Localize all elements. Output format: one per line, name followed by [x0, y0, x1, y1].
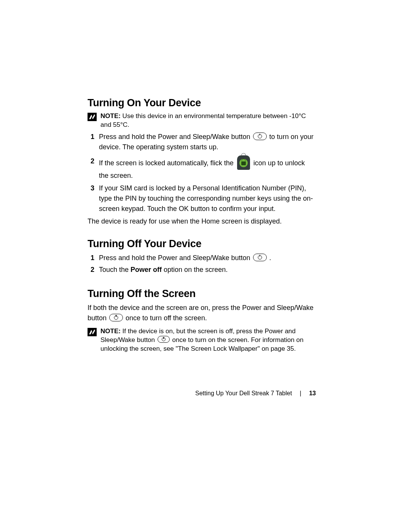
screen-off-para: If both the device and the screen are on… — [88, 303, 316, 323]
closing-text-on: The device is ready for use when the Hom… — [88, 216, 316, 227]
text: Press and hold the Power and Sleep/Wake … — [99, 254, 252, 262]
footer-chapter: Setting Up Your Dell Streak 7 Tablet — [195, 390, 292, 396]
text: . — [269, 254, 271, 262]
step-number: 1 — [88, 253, 94, 263]
text: Touch the — [99, 266, 131, 273]
footer-separator: | — [300, 390, 301, 396]
page-footer: Setting Up Your Dell Streak 7 Tablet | 1… — [0, 390, 316, 397]
text: option on the screen. — [162, 266, 228, 273]
power-button-icon — [158, 336, 170, 343]
steps-turning-on: 1 Press and hold the Power and Sleep/Wak… — [88, 132, 316, 214]
note-screen-text: NOTE: If the device is on, but the scree… — [100, 327, 316, 353]
lock-icon — [237, 155, 250, 170]
step-number: 3 — [88, 183, 94, 193]
step-text: Touch the Power off option on the screen… — [99, 265, 316, 275]
text: once to turn off the screen. — [126, 314, 207, 322]
footer-page-number: 13 — [309, 390, 316, 396]
note-on-text: NOTE: Use this device in an environmenta… — [100, 112, 316, 129]
step-number: 2 — [88, 265, 94, 275]
heading-turning-off: Turning Off Your Device — [88, 238, 316, 250]
note-icon — [88, 328, 97, 336]
note-screen: NOTE: If the device is on, but the scree… — [88, 327, 316, 353]
step-text: If the screen is locked automatically, f… — [99, 156, 316, 181]
svg-rect-1 — [88, 328, 97, 336]
svg-rect-0 — [88, 113, 97, 121]
step-text: If your SIM card is locked by a Personal… — [99, 183, 316, 214]
heading-screen-off: Turning Off the Screen — [88, 288, 316, 300]
power-off-option: Power off — [131, 266, 162, 273]
step-on-3: 3 If your SIM card is locked by a Person… — [88, 183, 316, 214]
step-on-2: 2 If the screen is locked automatically,… — [88, 156, 316, 181]
power-button-icon — [109, 314, 123, 321]
note-body: Use this device in an environmental temp… — [100, 112, 306, 128]
step-number: 2 — [88, 156, 94, 166]
power-button-icon — [253, 133, 267, 140]
text: If the screen is locked automatically, f… — [99, 159, 236, 167]
power-button-icon — [253, 254, 267, 261]
step-text: Press and hold the Power and Sleep/Wake … — [99, 253, 316, 263]
step-text: Press and hold the Power and Sleep/Wake … — [99, 132, 316, 152]
steps-turning-off: 1 Press and hold the Power and Sleep/Wak… — [88, 253, 316, 275]
text: Press and hold the Power and Sleep/Wake … — [99, 133, 252, 141]
note-label: NOTE: — [100, 112, 121, 120]
step-off-2: 2 Touch the Power off option on the scre… — [88, 265, 316, 275]
document-page: Turning On Your Device NOTE: Use this de… — [88, 97, 316, 356]
note-label: NOTE: — [100, 328, 121, 335]
step-on-1: 1 Press and hold the Power and Sleep/Wak… — [88, 132, 316, 152]
note-on: NOTE: Use this device in an environmenta… — [88, 112, 316, 129]
note-icon — [88, 113, 97, 121]
step-number: 1 — [88, 132, 94, 142]
heading-turning-on: Turning On Your Device — [88, 97, 316, 109]
step-off-1: 1 Press and hold the Power and Sleep/Wak… — [88, 253, 316, 263]
